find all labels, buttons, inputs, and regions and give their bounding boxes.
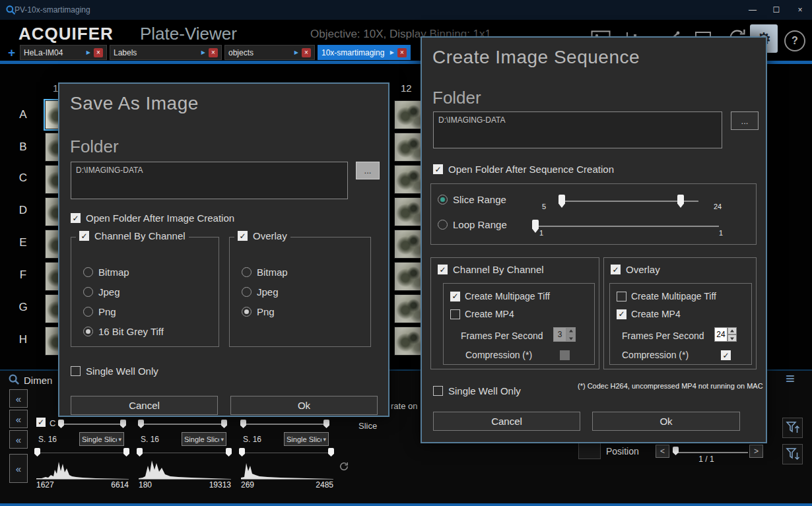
- checkbox-unchecked[interactable]: [617, 292, 626, 301]
- slice-slider-handle[interactable]: [58, 420, 64, 428]
- radio-icon[interactable]: [438, 220, 448, 230]
- fps-spinner[interactable]: 3: [553, 327, 576, 342]
- radio-icon[interactable]: [242, 287, 252, 297]
- radio-bitmap[interactable]: Bitmap: [242, 267, 288, 278]
- channel-checkbox[interactable]: [36, 418, 46, 427]
- slice-range-handle-min[interactable]: [558, 195, 565, 208]
- checkbox-checked[interactable]: [617, 309, 626, 319]
- radio-png[interactable]: Png: [242, 306, 275, 317]
- range-handle-min[interactable]: [34, 448, 40, 457]
- radio-png[interactable]: Png: [83, 306, 116, 317]
- slice-mode-dropdown[interactable]: Single Slice ▾: [182, 432, 226, 446]
- radio-icon[interactable]: [242, 267, 252, 277]
- close-icon[interactable]: ×: [788, 0, 812, 20]
- checkbox-unchecked[interactable]: [450, 309, 460, 319]
- loop-range-handle[interactable]: [532, 220, 539, 233]
- compression-checkbox-checked[interactable]: [721, 350, 731, 360]
- range-handle-min[interactable]: [239, 448, 245, 457]
- fps-spinner[interactable]: 24: [714, 327, 737, 342]
- checkbox-unchecked[interactable]: [433, 386, 443, 396]
- browse-button[interactable]: ...: [356, 162, 380, 179]
- tab-10x-smartimaging[interactable]: 10x-smartimaging ▶ ×: [318, 45, 411, 60]
- cancel-button[interactable]: Cancel: [433, 412, 580, 431]
- checkbox-checked[interactable]: [71, 213, 81, 223]
- checkbox-checked[interactable]: [238, 231, 248, 241]
- radio-icon[interactable]: [83, 307, 93, 317]
- position-slider[interactable]: [673, 452, 748, 453]
- create-mp4-option[interactable]: Create MP4: [617, 309, 681, 319]
- collapse-button[interactable]: «: [9, 410, 28, 428]
- radio-bitmap[interactable]: Bitmap: [83, 267, 129, 278]
- minimize-icon[interactable]: —: [741, 0, 764, 20]
- position-slider-handle[interactable]: [673, 447, 679, 455]
- fps-value[interactable]: 24: [714, 327, 727, 342]
- tab-arrow-icon[interactable]: ▶: [294, 49, 298, 55]
- range-slider[interactable]: [139, 453, 231, 453]
- tab-close-icon[interactable]: ×: [94, 48, 103, 57]
- radio-jpeg[interactable]: Jpeg: [83, 286, 120, 298]
- checkbox-checked[interactable]: [79, 231, 89, 241]
- spinner-down-icon[interactable]: [727, 334, 737, 342]
- single-well-option[interactable]: Single Well Only: [433, 385, 521, 396]
- slice-slider[interactable]: [141, 424, 226, 425]
- tab-objects[interactable]: objects ▶ ×: [224, 45, 315, 60]
- tab-arrow-icon[interactable]: ▶: [390, 49, 394, 55]
- folder-path-input[interactable]: D:\IMAGING-DATA: [71, 162, 348, 199]
- slice-mode-dropdown[interactable]: Single Slice ▾: [79, 432, 124, 446]
- checkbox-checked[interactable]: [438, 265, 448, 274]
- compression-checkbox-disabled[interactable]: [560, 350, 570, 360]
- radio-jpeg[interactable]: Jpeg: [242, 286, 279, 298]
- filter-remove-button[interactable]: [782, 444, 803, 464]
- radio-icon[interactable]: [83, 287, 93, 297]
- tab-arrow-icon[interactable]: ▶: [86, 49, 90, 55]
- range-handle-max[interactable]: [328, 448, 334, 457]
- range-slider[interactable]: [241, 453, 333, 453]
- menu-icon[interactable]: ≡: [786, 371, 795, 387]
- slice-slider-handle[interactable]: [221, 420, 227, 428]
- overlay-color-box[interactable]: [578, 441, 601, 459]
- tab-close-icon[interactable]: ×: [302, 48, 311, 57]
- range-handle-min[interactable]: [137, 448, 143, 457]
- slice-slider-handle[interactable]: [120, 420, 126, 428]
- single-well-option[interactable]: Single Well Only: [71, 365, 158, 377]
- create-multipage-tiff-option[interactable]: Create Multipage Tiff: [450, 291, 550, 301]
- slice-slider[interactable]: [243, 424, 329, 425]
- tab-hela-im04[interactable]: HeLa-IM04 ▶ ×: [20, 45, 107, 60]
- radio-icon-selected[interactable]: [438, 195, 448, 205]
- radio-icon[interactable]: [83, 267, 93, 277]
- spinner-down-icon[interactable]: [566, 334, 576, 342]
- add-tab-button[interactable]: +: [8, 45, 15, 60]
- collapse-button[interactable]: «: [9, 389, 28, 408]
- checkbox-checked[interactable]: [611, 265, 621, 274]
- group-header[interactable]: Channel By Channel: [76, 230, 189, 241]
- fps-value[interactable]: 3: [553, 327, 566, 342]
- checkbox-checked[interactable]: [450, 292, 460, 301]
- position-prev-button[interactable]: <: [656, 445, 669, 458]
- range-handle-max[interactable]: [226, 448, 232, 457]
- loop-range-slider[interactable]: [534, 226, 719, 227]
- ok-button[interactable]: Ok: [230, 396, 378, 415]
- spinner-up-icon[interactable]: [727, 327, 737, 334]
- ok-button[interactable]: Ok: [592, 412, 740, 431]
- range-handle-max[interactable]: [123, 448, 129, 457]
- position-next-button[interactable]: >: [749, 445, 763, 458]
- tab-close-icon[interactable]: ×: [397, 48, 407, 57]
- open-folder-option[interactable]: Open Folder After Sequence Creation: [433, 164, 614, 175]
- filter-add-button[interactable]: [782, 418, 803, 438]
- spinner-up-icon[interactable]: [566, 327, 576, 334]
- collapse-button[interactable]: «: [9, 430, 28, 449]
- radio-16bit-grey-tiff[interactable]: 16 Bit Grey Tiff: [83, 326, 164, 337]
- range-slider[interactable]: [36, 453, 129, 453]
- folder-path-input[interactable]: D:\IMAGING-DATA: [433, 111, 722, 148]
- loop-range-radio[interactable]: Loop Range: [438, 219, 507, 230]
- maximize-icon[interactable]: ☐: [764, 0, 788, 20]
- browse-button[interactable]: ...: [731, 111, 759, 130]
- slice-slider[interactable]: [61, 424, 125, 425]
- reset-icon[interactable]: [338, 460, 350, 472]
- tab-arrow-icon[interactable]: ▶: [201, 49, 205, 55]
- slice-slider-handle[interactable]: [138, 420, 144, 428]
- radio-icon-selected[interactable]: [242, 307, 252, 317]
- group-header[interactable]: Overlay: [234, 230, 290, 241]
- checkbox-checked[interactable]: [433, 164, 443, 174]
- slice-slider-handle[interactable]: [323, 420, 329, 428]
